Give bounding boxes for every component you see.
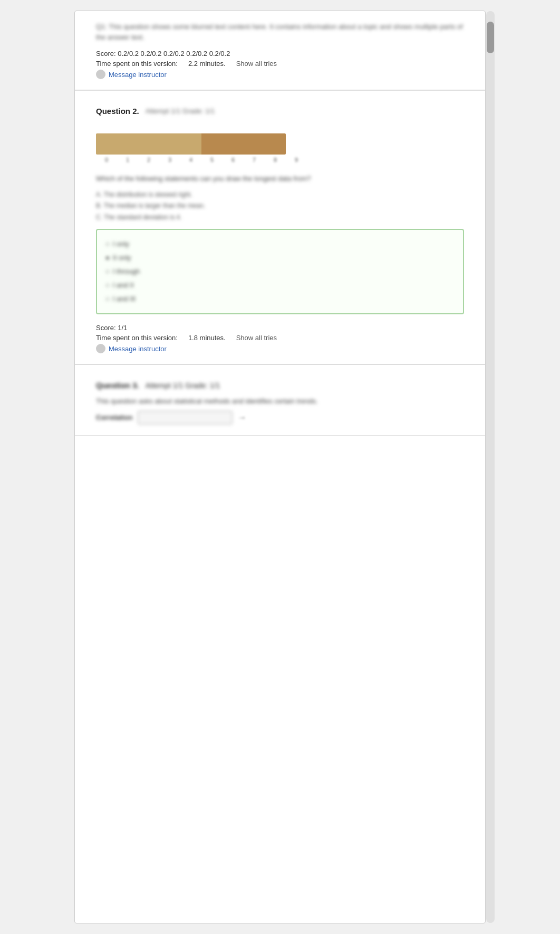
q2-option-1: ○ I only xyxy=(105,237,455,251)
q3-header: Question 3. Attempt 1/1 Grade: 1/1 xyxy=(96,375,464,390)
chart-label-0: 0 xyxy=(96,157,117,163)
q3-arrow: → xyxy=(238,413,246,422)
q2-time-label: Time spent on this version: xyxy=(96,334,178,342)
q1-show-all-tries[interactable]: Show all tries xyxy=(236,60,277,68)
q1-score-row: Score: 0.2/0.2 0.2/0.2 0.2/0.2 0.2/0.2 0… xyxy=(96,47,464,60)
q2-option-label-5: I and III xyxy=(113,292,136,306)
q2-radio-4: ○ xyxy=(105,278,110,292)
q2-message-instructor-row: Message instructor xyxy=(96,344,464,353)
q3-input-field[interactable] xyxy=(138,411,233,425)
q2-choices: A. The distribution is skewed right. B. … xyxy=(96,189,464,224)
q2-header: Question 2. Attempt 1/1 Grade: 1/1 xyxy=(96,101,464,115)
q2-option-5: ○ I and III xyxy=(105,292,455,306)
q2-chart-labels: 0 1 2 3 4 5 6 7 8 9 xyxy=(96,157,464,163)
q2-chart-bars xyxy=(96,123,464,155)
q3-meta: Attempt 1/1 Grade: 1/1 xyxy=(146,381,220,390)
scrollbar-thumb xyxy=(487,22,494,53)
q3-input-label: Correlation xyxy=(96,413,132,421)
q1-time-row: Time spent on this version: 2.2 minutes.… xyxy=(96,60,464,68)
chart-label-5: 5 xyxy=(201,157,223,163)
chart-label-9: 9 xyxy=(286,157,307,163)
q2-radio-2: ● xyxy=(105,251,110,265)
q1-time-value: 2.2 minutes. xyxy=(188,60,226,68)
q2-option-3: ○ I through xyxy=(105,265,455,278)
q1-score-label: Score: xyxy=(96,50,116,57)
q2-chart-bar-tan xyxy=(96,133,201,155)
question-1-section: Q1: This question shows some blurred tex… xyxy=(75,11,485,90)
q2-radio-1: ○ xyxy=(105,237,110,251)
q1-blurred-text: Q1: This question shows some blurred tex… xyxy=(96,22,464,42)
chart-label-8: 8 xyxy=(265,157,286,163)
q3-label: Question 3. xyxy=(96,381,139,390)
chart-label-3: 3 xyxy=(159,157,180,163)
q2-question-text: Which of the following statements can yo… xyxy=(96,174,464,184)
q2-choice-b: B. The median is larger than the mean. xyxy=(96,200,464,212)
q2-score-label: Score: xyxy=(96,324,116,332)
q2-time-row: Time spent on this version: 1.8 minutes.… xyxy=(96,334,464,342)
q2-answer-options: ○ I only ● II only ○ I through ○ I and I… xyxy=(105,237,455,306)
q2-option-label-2: II only xyxy=(113,251,131,265)
q3-input-row: Correlation → xyxy=(96,411,464,425)
q1-score-value: 0.2/0.2 0.2/0.2 0.2/0.2 0.2/0.2 0.2/0.2 xyxy=(118,50,230,57)
q2-label: Question 2. xyxy=(96,107,139,115)
q2-option-label-4: I and II xyxy=(113,278,134,292)
q2-chart-bar-brown xyxy=(201,133,286,155)
q2-score-value: 1/1 xyxy=(118,324,127,332)
question-3-section: Question 3. Attempt 1/1 Grade: 1/1 This … xyxy=(75,365,485,436)
scrollbar[interactable] xyxy=(486,11,495,923)
question-2-section: Question 2. Attempt 1/1 Grade: 1/1 0 1 2… xyxy=(75,91,485,364)
q3-question-text: This question asks about statistical met… xyxy=(96,396,464,407)
q2-option-label-1: I only xyxy=(113,237,129,251)
q2-score-row: Score: 1/1 xyxy=(96,322,464,334)
q1-time-label: Time spent on this version: xyxy=(96,60,178,68)
q2-answer-box: ○ I only ● II only ○ I through ○ I and I… xyxy=(96,229,464,314)
chart-label-7: 7 xyxy=(244,157,265,163)
chart-label-1: 1 xyxy=(117,157,138,163)
chart-label-6: 6 xyxy=(223,157,244,163)
page-wrapper: Q1: This question shows some blurred tex… xyxy=(0,0,560,934)
q2-choice-a: A. The distribution is skewed right. xyxy=(96,189,464,201)
q2-option-4: ○ I and II xyxy=(105,278,455,292)
q2-msg-icon xyxy=(96,344,105,353)
content-area: Q1: This question shows some blurred tex… xyxy=(74,11,486,923)
q2-message-instructor-link[interactable]: Message instructor xyxy=(109,345,167,353)
chart-label-4: 4 xyxy=(180,157,201,163)
q2-time-value: 1.8 minutes. xyxy=(188,334,226,342)
q2-option-2: ● II only xyxy=(105,251,455,265)
q1-message-instructor-row: Message instructor xyxy=(96,70,464,79)
q1-message-instructor-link[interactable]: Message instructor xyxy=(109,71,167,79)
q2-radio-3: ○ xyxy=(105,265,110,278)
q2-show-all-tries[interactable]: Show all tries xyxy=(236,334,277,342)
q2-radio-5: ○ xyxy=(105,292,110,306)
q2-meta: Attempt 1/1 Grade: 1/1 xyxy=(146,107,215,115)
chart-label-2: 2 xyxy=(138,157,159,163)
q2-choice-c: C. The standard deviation is 4. xyxy=(96,212,464,224)
q1-msg-icon xyxy=(96,70,105,79)
q2-chart: 0 1 2 3 4 5 6 7 8 9 xyxy=(96,123,464,163)
q2-option-label-3: I through xyxy=(113,265,140,278)
